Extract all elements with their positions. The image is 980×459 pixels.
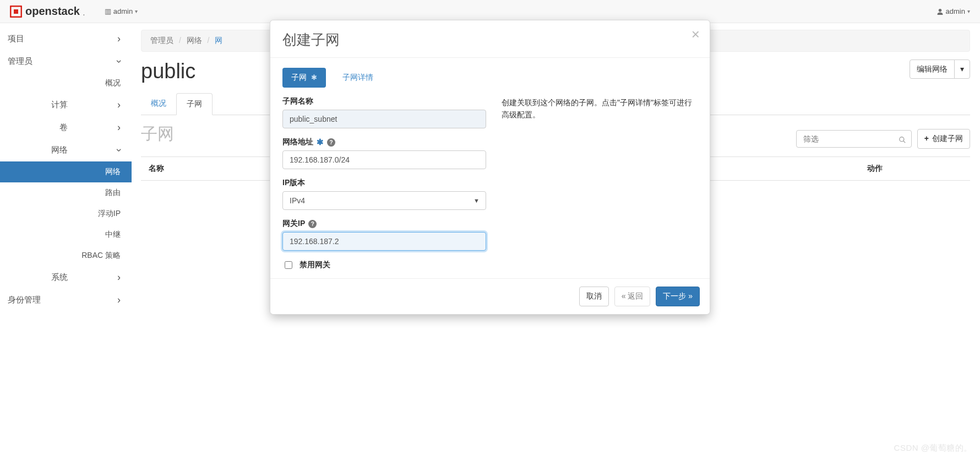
user-icon <box>937 7 944 15</box>
breadcrumb-item-link[interactable]: 网 <box>215 36 222 45</box>
project-selector[interactable]: ▥ admin ▾ <box>105 7 138 15</box>
required-star-icon: ✱ <box>311 73 317 82</box>
caret-down-icon: ▾ <box>967 8 970 14</box>
sidebar-item-floating[interactable]: 浮动IP <box>0 203 132 224</box>
sidebar-item-rbac[interactable]: RBAC 策略 <box>0 245 132 266</box>
sidebar-group-project[interactable]: 项目 › <box>0 28 132 50</box>
filter-wrap <box>796 130 912 148</box>
required-star-icon: ✱ <box>317 137 324 147</box>
wizard-tab-label: 子网 <box>291 73 307 82</box>
wizard-tab-subnet[interactable]: 子网 ✱ <box>282 68 326 88</box>
modal-footer: 取消 « 返回 下一步 » <box>270 278 710 314</box>
edit-network-menu-button[interactable]: ▾ <box>954 60 970 79</box>
create-subnet-label: 创建子网 <box>932 133 963 144</box>
table-toolbar: + 创建子网 <box>796 129 970 149</box>
next-button[interactable]: 下一步 » <box>656 287 700 306</box>
plus-icon: + <box>924 133 929 144</box>
user-menu-label: admin <box>946 7 965 15</box>
filter-input[interactable] <box>796 130 912 148</box>
chevron-right-icon: › <box>117 33 121 45</box>
sidebar-group-label: 系统 <box>0 272 117 283</box>
modal-form: 子网名称 网络地址 ✱ ? IP版本 ▼ <box>282 96 486 271</box>
project-selector-label: admin <box>113 7 133 15</box>
sidebar-item-overview[interactable]: 概况 <box>0 73 132 94</box>
tab-subnets[interactable]: 子网 <box>176 93 213 115</box>
caret-down-icon: ▾ <box>960 64 964 75</box>
sidebar-group-identity[interactable]: 身份管理 › <box>0 289 132 311</box>
breadcrumb-item: 网络 <box>187 36 202 45</box>
sidebar-group-label: 身份管理 <box>8 295 41 305</box>
chevron-right-icon: › <box>117 294 121 306</box>
network-address-input[interactable] <box>282 150 486 169</box>
disable-gateway-label: 禁用网关 <box>300 260 330 270</box>
sidebar: 项目 › 管理员 › 概况 计算 › 卷 › 网络 › 网络 路由 浮动IP <box>0 23 132 459</box>
edit-network-button[interactable]: 编辑网络 <box>910 60 955 79</box>
subnet-name-input[interactable] <box>282 110 486 128</box>
wizard-tabs: 子网 ✱ 子网详情 <box>282 68 698 88</box>
wizard-tab-detail[interactable]: 子网详情 <box>334 68 382 88</box>
sidebar-item-networks[interactable]: 网络 <box>0 161 132 182</box>
chevron-right-icon: › <box>117 272 121 283</box>
sidebar-group-compute[interactable]: 计算 › <box>0 94 132 116</box>
ip-version-select[interactable] <box>282 191 486 210</box>
brand-dot: . <box>83 10 85 17</box>
page-title: public <box>141 60 195 83</box>
user-menu[interactable]: admin ▾ <box>937 7 970 15</box>
breadcrumb-sep: / <box>176 36 184 45</box>
sidebar-group-volume[interactable]: 卷 › <box>0 116 132 139</box>
help-icon[interactable]: ? <box>327 138 335 147</box>
sidebar-group-label: 项目 <box>8 34 24 44</box>
tab-overview[interactable]: 概况 <box>141 93 176 115</box>
gateway-ip-input[interactable] <box>282 232 486 251</box>
create-subnet-modal: 创建子网 × 子网 ✱ 子网详情 子网名称 网络地址 ✱ ? <box>270 20 710 315</box>
sidebar-group-admin[interactable]: 管理员 › <box>0 50 132 73</box>
close-icon[interactable]: × <box>692 27 700 41</box>
sidebar-group-label: 网络 <box>0 145 117 155</box>
breadcrumb-sep: / <box>204 36 213 45</box>
label-text: 网络地址 <box>282 137 313 147</box>
brand: openstack. <box>10 5 85 18</box>
cancel-button[interactable]: 取消 <box>579 287 609 306</box>
caret-down-icon: ▾ <box>135 8 138 14</box>
brand-name: openstack <box>25 5 80 18</box>
chevron-down-icon: › <box>113 149 125 152</box>
back-button[interactable]: « 返回 <box>614 287 651 306</box>
sidebar-group-label: 管理员 <box>8 56 32 67</box>
chevron-down-icon: › <box>113 60 125 63</box>
label-gateway-ip: 网关IP ? <box>282 219 486 229</box>
sidebar-item-relay[interactable]: 中继 <box>0 224 132 245</box>
svg-rect-1 <box>14 9 18 14</box>
disable-gateway-checkbox[interactable] <box>285 261 292 269</box>
create-subnet-button[interactable]: + 创建子网 <box>917 129 970 149</box>
chevron-right-icon: › <box>117 99 121 111</box>
openstack-logo-icon <box>10 6 22 18</box>
modal-help-text: 创建关联到这个网络的子网。点击"子网详情"标签可进行高级配置。 <box>502 96 698 271</box>
help-icon[interactable]: ? <box>308 220 317 228</box>
disable-gateway-row: 禁用网关 <box>282 260 486 271</box>
chevron-right-icon: › <box>117 122 121 133</box>
sidebar-group-system[interactable]: 系统 › <box>0 266 132 289</box>
sidebar-group-label: 计算 <box>0 100 117 110</box>
label-network-address: 网络地址 ✱ ? <box>282 137 486 147</box>
sidebar-group-label: 卷 <box>0 122 117 133</box>
sidebar-item-routers[interactable]: 路由 <box>0 182 132 203</box>
label-subnet-name: 子网名称 <box>282 96 486 106</box>
label-ip-version: IP版本 <box>282 178 486 188</box>
modal-header: 创建子网 × <box>270 20 710 57</box>
edit-network-group: 编辑网络 ▾ <box>910 60 970 79</box>
domain-icon: ▥ <box>105 7 111 15</box>
th-actions: 动作 <box>780 157 970 181</box>
modal-title: 创建子网 <box>282 30 698 50</box>
sidebar-group-network[interactable]: 网络 › <box>0 139 132 161</box>
label-text: 网关IP <box>282 219 305 229</box>
section-title: 子网 <box>141 123 174 145</box>
modal-body: 子网 ✱ 子网详情 子网名称 网络地址 ✱ ? <box>270 57 710 278</box>
breadcrumb-item: 管理员 <box>150 36 173 45</box>
